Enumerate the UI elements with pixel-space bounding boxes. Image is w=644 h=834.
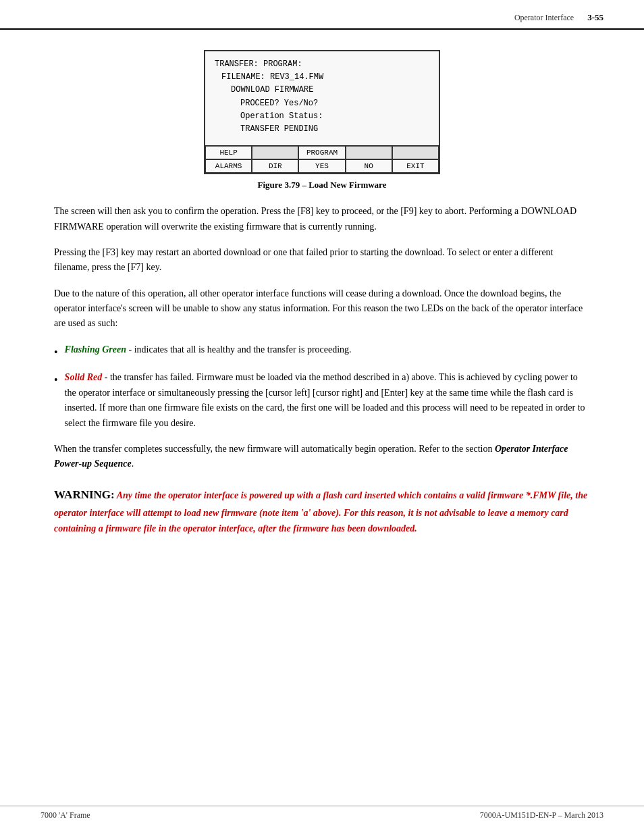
header-section-label: Operator Interface [514, 13, 574, 23]
page-footer: 7000 'A' Frame 7000A-UM151D-EN-P – March… [0, 806, 644, 820]
screen-line-5: Operation Status: [240, 110, 429, 123]
page-header: Operator Interface 3-55 [0, 0, 644, 30]
bullet-green-text: - indicates that all is healthy and the … [126, 344, 352, 355]
firmware-buttons-row1: HELP PROGRAM [205, 145, 439, 159]
warning-block: WARNING: Any time the operator interface… [54, 486, 590, 537]
firmware-screen: TRANSFER: PROGRAM: FILENAME: REV3_14.FMW… [204, 50, 440, 174]
figure-container: TRANSFER: PROGRAM: FILENAME: REV3_14.FMW… [54, 50, 590, 190]
screen-line-6: TRANSFER PENDING [240, 123, 429, 136]
flashing-green-label: Flashing Green [65, 344, 126, 355]
btn-yes: YES [298, 159, 345, 173]
header-page-number: 3-55 [587, 12, 603, 23]
bullet-red-text: - the transfer has failed. Firmware must… [65, 372, 585, 427]
warning-label: WARNING: [54, 488, 115, 501]
btn-exit: EXIT [392, 159, 439, 173]
bullet-item-green: • Flashing Green - indicates that all is… [54, 342, 590, 361]
btn-empty2 [346, 146, 392, 159]
footer-left: 7000 'A' Frame [41, 810, 90, 820]
screen-line-4: PROCEED? Yes/No? [240, 97, 429, 110]
screen-line-1: TRANSFER: PROGRAM: [215, 58, 429, 71]
bullet-dot-green: • [54, 344, 58, 361]
btn-empty1 [252, 146, 298, 159]
btn-alarms: ALARMS [205, 159, 252, 173]
paragraph-2: Pressing the [F3] key may restart an abo… [54, 245, 590, 276]
btn-no: NO [346, 159, 392, 173]
paragraph-1: The screen will then ask you to confirm … [54, 204, 590, 234]
footer-right: 7000A-UM151D-EN-P – March 2013 [480, 810, 603, 820]
p4-text: When the transfer completes successfully… [54, 444, 495, 454]
btn-empty3 [392, 146, 439, 159]
bullet-red-content: Solid Red - the transfer has failed. Fir… [65, 370, 590, 431]
bullet-item-red: • Solid Red - the transfer has failed. F… [54, 370, 590, 431]
page-container: Operator Interface 3-55 TRANSFER: PROGRA… [0, 0, 644, 834]
btn-program: PROGRAM [298, 146, 345, 159]
firmware-buttons-row2: ALARMS DIR YES NO EXIT [205, 159, 439, 173]
bullet-dot-red: • [54, 371, 58, 389]
screen-line-2: FILENAME: REV3_14.FMW [221, 71, 429, 84]
paragraph-4: When the transfer completes successfully… [54, 442, 590, 472]
paragraph-3: Due to the nature of this operation, all… [54, 286, 590, 332]
btn-help: HELP [205, 146, 252, 159]
bullet-list: • Flashing Green - indicates that all is… [54, 342, 590, 431]
solid-red-label: Solid Red [65, 372, 103, 382]
figure-caption: Figure 3.79 – Load New Firmware [258, 180, 387, 190]
btn-dir: DIR [252, 159, 298, 173]
warning-text: Any time the operator interface is power… [54, 490, 587, 534]
content-area: TRANSFER: PROGRAM: FILENAME: REV3_14.FMW… [0, 30, 644, 557]
firmware-screen-body: TRANSFER: PROGRAM: FILENAME: REV3_14.FMW… [205, 51, 439, 142]
screen-line-3: DOWNLOAD FIRMWARE [231, 84, 429, 97]
bullet-green-content: Flashing Green - indicates that all is h… [65, 342, 352, 357]
p4-end: . [132, 459, 134, 469]
